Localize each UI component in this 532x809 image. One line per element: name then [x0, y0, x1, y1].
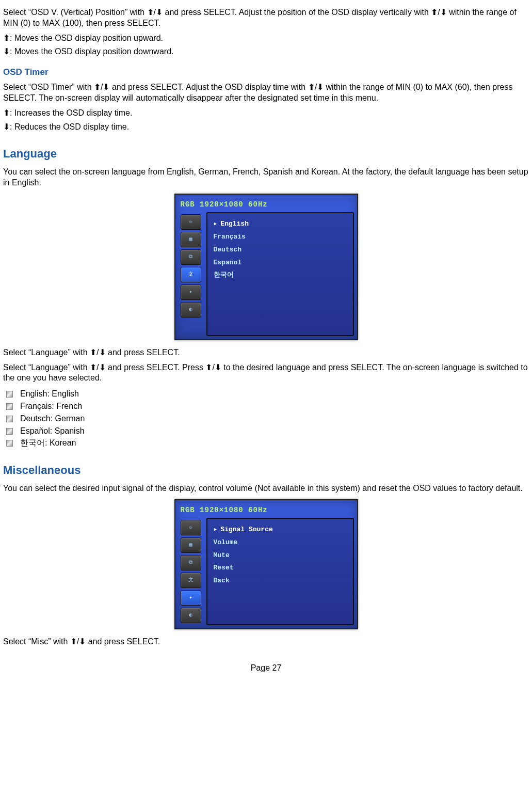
osd-menu-item: 한국어	[211, 269, 350, 281]
osdv-paragraph: Select “OSD V. (Vertical) Position” with…	[3, 7, 529, 29]
osd-icon-strip: ☼ ▦ ⧉ 文 ✦ ◐	[179, 212, 206, 336]
osd-menu-item: ▸Signal Source	[211, 524, 350, 536]
timer-paragraph: Select “OSD Timer” with ⬆/⬇ and press SE…	[3, 82, 529, 104]
osd-header: RGB 1920×1080 60Hz	[181, 505, 352, 515]
bullet-icon	[6, 391, 13, 398]
bullet-icon	[6, 440, 13, 447]
osd-menu-item: Mute	[211, 550, 350, 562]
osd-item-label: 한국어	[214, 271, 234, 280]
list-item-label: Deutsch: German	[20, 414, 85, 424]
osd-nav-icon: ☼	[181, 214, 201, 230]
list-item-label: Espaňol: Spanish	[20, 426, 85, 437]
osd-nav-icon: ▦	[181, 537, 201, 553]
bullet-icon	[6, 403, 13, 410]
osd-misc-screenshot: RGB 1920×1080 60Hz ☼ ▦ ⧉ 文 ✦ ◐ ▸Signal S…	[174, 499, 358, 629]
osd-nav-icon: ◐	[181, 608, 201, 623]
osd-header: RGB 1920×1080 60Hz	[181, 200, 352, 209]
list-item-label: Français: French	[20, 401, 82, 412]
osd-menu-item: Reset	[211, 562, 350, 574]
osd-menu-item: Volume	[211, 537, 350, 549]
osd-menu-item: ▸English	[211, 218, 350, 230]
osd-nav-icon: ▦	[181, 232, 201, 247]
misc-intro: You can select the desired input signal …	[3, 483, 529, 494]
timer-down: ⬇: Reduces the OSD display time.	[3, 122, 529, 133]
osd-item-label: Français	[214, 233, 246, 242]
misc-select: Select “Misc” with ⬆/⬇ and press SELECT.	[3, 637, 529, 647]
osd-menu-item: Deutsch	[211, 244, 350, 256]
osdv-down: ⬇: Moves the OSD display position downwa…	[3, 46, 529, 57]
list-item: Deutsch: German	[6, 414, 529, 424]
heading-miscellaneous: Miscellaneous	[3, 463, 529, 478]
osd-item-label: Signal Source	[220, 526, 272, 534]
page-number: Page 27	[3, 663, 529, 674]
osd-nav-icon: ✦	[181, 590, 201, 606]
osd-item-label: Español	[214, 259, 242, 267]
osd-item-label: Mute	[214, 551, 230, 560]
osd-content: ▸Signal Source Volume Mute Reset Back	[206, 518, 354, 625]
osd-nav-icon: 文	[181, 573, 201, 588]
osd-menu-item: Español	[211, 257, 350, 269]
list-item: Espaňol: Spanish	[6, 426, 529, 437]
osd-nav-icon: ⧉	[181, 555, 201, 570]
osd-item-label: Volume	[214, 538, 238, 547]
osd-nav-icon: ☼	[181, 520, 201, 535]
osd-menu-item: Français	[211, 231, 350, 243]
osd-item-label: English	[220, 220, 249, 229]
osdv-up: ⬆: Moves the OSD display position upward…	[3, 33, 529, 44]
osd-item-label: Reset	[214, 564, 234, 573]
language-select-2: Select “Language” with ⬆/⬇ and press SEL…	[3, 362, 529, 384]
language-intro: You can select the on-screen language fr…	[3, 167, 529, 188]
osd-content: ▸English Français Deutsch Español 한국어	[206, 212, 354, 336]
heading-osd-timer: OSD Timer	[3, 67, 529, 78]
language-select-1: Select “Language” with ⬆/⬇ and press SEL…	[3, 347, 529, 358]
timer-up: ⬆: Increases the OSD display time.	[3, 108, 529, 119]
heading-language: Language	[3, 147, 529, 162]
osd-nav-icon: ⧉	[181, 249, 201, 265]
osd-nav-icon: 文	[181, 267, 201, 282]
list-item: Français: French	[6, 401, 529, 412]
list-item: 한국어: Korean	[6, 438, 529, 449]
osd-nav-icon: ◐	[181, 302, 201, 318]
bullet-icon	[6, 428, 13, 435]
list-item-label: 한국어: Korean	[20, 438, 76, 449]
osd-item-label: Back	[214, 577, 230, 585]
list-item: English: English	[6, 389, 529, 400]
osd-menu-item: Back	[211, 575, 350, 587]
osd-language-screenshot: RGB 1920×1080 60Hz ☼ ▦ ⧉ 文 ✦ ◐ ▸English …	[174, 194, 358, 340]
bullet-icon	[6, 416, 13, 422]
osd-icon-strip: ☼ ▦ ⧉ 文 ✦ ◐	[179, 518, 206, 625]
language-list: English: English Français: French Deutsc…	[3, 389, 529, 449]
list-item-label: English: English	[20, 389, 79, 400]
osd-nav-icon: ✦	[181, 284, 201, 300]
osd-item-label: Deutsch	[214, 246, 242, 255]
